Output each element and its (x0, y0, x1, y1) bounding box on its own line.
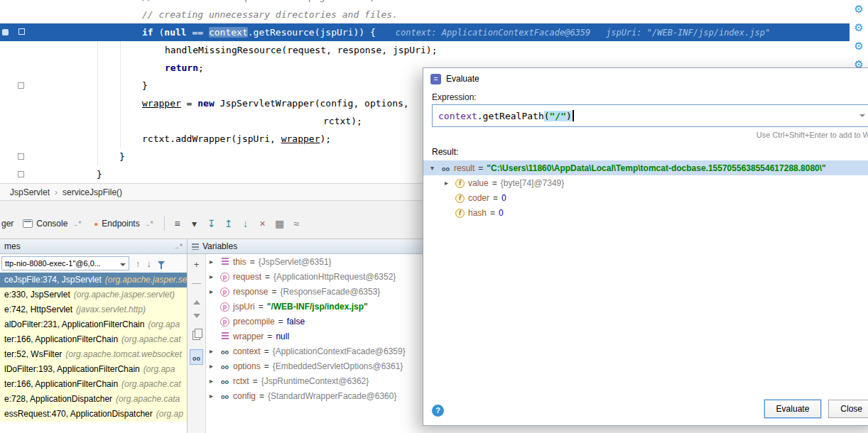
variable-kind-icon (219, 346, 231, 356)
expand-chevron-icon[interactable] (210, 287, 219, 295)
settings-waves-icon[interactable]: ≈ (288, 218, 305, 229)
pin-icon[interactable] (173, 243, 183, 251)
result-value: 0 (501, 193, 506, 203)
breadcrumb-method[interactable]: serviceJspFile() (63, 187, 122, 197)
variable-name: response (233, 287, 268, 297)
stack-frame-row[interactable]: lDoFilter:193, ApplicationFilterChain(or… (0, 362, 187, 377)
variable-kind-icon (219, 316, 231, 327)
dialog-buttons: Evaluate Close (764, 400, 868, 418)
variable-name: this (233, 257, 246, 267)
frame-up-icon[interactable]: ↑ (136, 258, 141, 269)
gear-icon[interactable]: ⚙ (850, 0, 868, 18)
expand-chevron-icon[interactable] (210, 392, 219, 400)
expand-chevron-icon[interactable] (430, 164, 440, 172)
stack-frame-row[interactable]: e:742, HttpServlet(javax.servlet.http) (0, 302, 187, 317)
code-line[interactable]: handleMissingResource(request, response,… (0, 41, 868, 59)
text-caret (573, 110, 574, 121)
stack-frame-row[interactable]: e:728, ApplicationDispatcher(org.apache.… (0, 392, 187, 407)
expand-chevron-icon[interactable] (210, 347, 219, 355)
result-row[interactable]: coder = 0 (423, 190, 868, 205)
fold-marker[interactable] (18, 153, 24, 160)
code-line[interactable]: // creating unnecessary directories and … (0, 6, 868, 23)
expand-chevron-icon[interactable] (210, 362, 219, 370)
expand-chevron-icon[interactable] (210, 377, 219, 385)
stack-frame-row[interactable]: ceJspFile:374, JspServlet(org.apache.jas… (0, 273, 187, 287)
frames-header-label: mes (4, 241, 21, 251)
equals-sign: = (265, 272, 270, 282)
tab-console[interactable]: Console (16, 219, 87, 229)
stack-frame-row[interactable]: alDoFilter:231, ApplicationFilterChain(o… (0, 317, 187, 332)
dialog-titlebar[interactable]: Evaluate (423, 68, 868, 89)
stack-frame-row[interactable]: ter:166, ApplicationFilterChain(org.apac… (0, 332, 187, 347)
frame-down-icon[interactable]: ↓ (147, 258, 152, 269)
variable-name: precompile (233, 317, 275, 327)
fold-marker[interactable] (18, 171, 24, 177)
pin-up-icon[interactable]: ↥ (220, 218, 237, 229)
equals-sign: = (478, 163, 483, 173)
pin-down-icon[interactable]: ↧ (203, 218, 220, 229)
fold-marker[interactable] (18, 28, 25, 35)
duplicate-icon[interactable] (192, 331, 200, 340)
expand-chevron-icon[interactable] (210, 273, 219, 280)
history-chevron-icon[interactable] (859, 114, 865, 120)
equals-sign: = (278, 317, 283, 327)
tab-endpoints[interactable]: Endpoints (87, 219, 159, 229)
remove-watch-icon[interactable]: — (192, 278, 201, 287)
result-label: Result: (432, 147, 868, 157)
gear-icon[interactable]: ⚙ (850, 18, 868, 37)
grid-view-icon[interactable]: ▦ (271, 218, 288, 229)
scroll-down-icon[interactable] (193, 314, 200, 322)
pin-icon[interactable] (71, 220, 81, 228)
code-line[interactable]: if (null == context.getResource(jspUri))… (0, 23, 850, 41)
fold-marker[interactable] (18, 82, 24, 89)
thread-selector[interactable]: ttp-nio-8080-exec-1"@6,0... (1, 256, 129, 270)
layout-menu-icon[interactable]: ≡ (169, 218, 186, 229)
tab-debugger-partial[interactable]: ger (0, 219, 16, 229)
equals-sign: = (259, 302, 264, 312)
variable-value: "/WEB-INF/jsp/index.jsp" (267, 302, 368, 312)
mute-icon[interactable]: × (254, 218, 271, 229)
result-row[interactable]: value = {byte[74]@7349} (423, 175, 868, 190)
variable-kind-icon (219, 361, 231, 371)
evaluate-dialog-icon (430, 74, 441, 84)
variable-name: request (233, 272, 261, 282)
result-row[interactable]: hash = 0 (423, 205, 868, 220)
variable-name: rctxt (233, 376, 249, 386)
frames-panel-header: mes (0, 239, 187, 254)
filter-icon[interactable] (158, 261, 165, 265)
debug-tab-row: ger Console Endpoints ≡ ▾ ↧ (0, 211, 305, 236)
equals-sign: = (264, 361, 269, 371)
add-watch-icon[interactable]: + (194, 260, 200, 269)
variable-value: {StandardWrapperFacade@6360} (268, 391, 396, 401)
variable-kind-icon (219, 286, 231, 297)
variables-header-label: Variables (202, 241, 237, 251)
close-button[interactable]: Close (828, 400, 868, 418)
pin-icon[interactable] (143, 220, 153, 228)
stack-frame-row[interactable]: essRequest:470, ApplicationDispatcher(or… (0, 407, 187, 422)
expression-input[interactable]: context.getRealPath("/") (432, 104, 868, 127)
stack-frame-row[interactable]: ter:52, WsFilter(org.apache.tomcat.webso… (0, 347, 187, 362)
help-icon[interactable]: ? (432, 405, 444, 417)
scroll-up-icon[interactable] (193, 297, 200, 305)
stack-frame-row[interactable]: ter:166, ApplicationFilterChain(org.apac… (0, 377, 187, 392)
collapse-panel-icon[interactable]: ▾ (186, 218, 203, 229)
stack-frame-row[interactable]: e:330, JspServlet(org.apache.jasper.serv… (0, 287, 187, 302)
evaluate-watch-tool[interactable] (190, 349, 203, 365)
equals-sign: = (271, 287, 276, 297)
equals-sign: = (250, 257, 255, 267)
variable-value: {ApplicationHttpRequest@6352} (273, 272, 396, 282)
gear-icon[interactable]: ⚙ (850, 37, 868, 55)
result-row[interactable]: result = "C:\Users\11860\AppData\Local\T… (423, 160, 868, 175)
expand-chevron-icon[interactable] (210, 258, 219, 265)
result-value: "C:\Users\11860\AppData\Local\Temp\tomca… (487, 163, 825, 173)
thread-name: ttp-nio-8080-exec-1"@6,0... (5, 259, 101, 268)
ide-debug-window: // Check if the requested JSP page exist… (0, 0, 868, 433)
breadcrumb-class[interactable]: JspServlet (10, 187, 50, 197)
result-name: value (468, 178, 489, 188)
step-filter-icon[interactable]: ↓ (237, 218, 254, 229)
code-line[interactable]: // Check if the requested JSP page exist… (0, 0, 868, 6)
separator (164, 217, 165, 231)
evaluate-button[interactable]: Evaluate (764, 400, 822, 418)
expand-chevron-icon[interactable] (445, 179, 454, 187)
list-icon (192, 243, 199, 250)
